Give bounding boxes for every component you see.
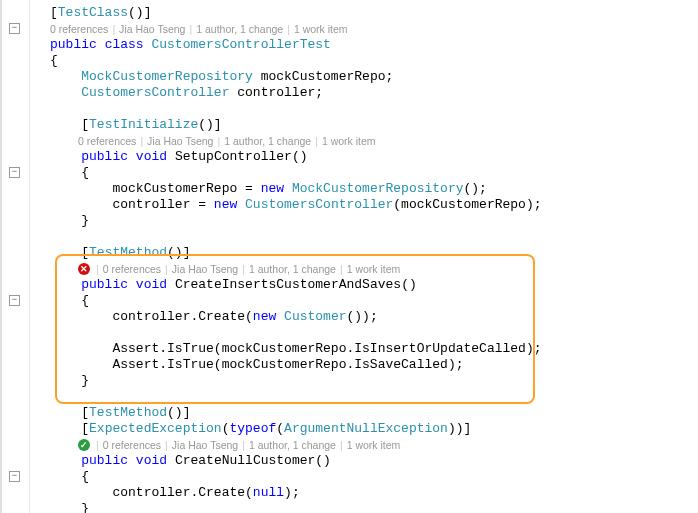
punct: () [198,117,214,132]
codelens-changes[interactable]: 1 author, 1 change [249,437,336,453]
keyword: typeof [229,421,276,436]
codelens-author[interactable]: Jia Hao Tseng [147,133,213,149]
type: MockCustomerRepository [292,181,464,196]
fold-button[interactable]: − [9,471,20,482]
punct: () [292,149,308,164]
punct: ] [183,245,191,260]
stmt: mockCustomerRepo = [112,181,260,196]
codelens-refs[interactable]: 0 references [103,437,161,453]
codelens-refs[interactable]: 0 references [103,261,161,277]
codelens-changes[interactable]: 1 author, 1 change [249,261,336,277]
brace: } [81,213,89,228]
punct: ] [183,405,191,420]
keyword: public [50,37,97,52]
punct: [ [81,117,89,132]
punct: () [167,405,183,420]
codelens-sep: | [340,437,343,453]
codelens-sep: | [189,21,192,37]
codelens-sep: | [287,21,290,37]
punct: () [315,453,331,468]
keyword: public [81,149,128,164]
stmt: controller.Create( [112,309,252,324]
punct: () [167,245,183,260]
test-pass-icon: ✓ [78,439,90,451]
codelens-workitem[interactable]: 1 work item [347,261,401,277]
type: MockCustomerRepository [81,69,253,84]
punct: ()); [347,309,378,324]
brace: } [81,501,89,513]
codelens[interactable]: ✕ | 0 references| Jia Hao Tseng| 1 autho… [50,261,698,277]
attribute: TestMethod [89,245,167,260]
brace: { [81,469,89,484]
attribute: TestMethod [89,405,167,420]
codelens-sep: | [340,261,343,277]
codelens-changes[interactable]: 1 author, 1 change [224,133,311,149]
fold-button[interactable]: − [9,167,20,178]
codelens-refs[interactable]: 0 references [78,133,136,149]
keyword: public [81,277,128,292]
punct: () [401,277,417,292]
field-decl: mockCustomerRepo; [253,69,393,84]
method-name: SetupController [175,149,292,164]
type: CustomersController [245,197,393,212]
attribute: TestInitialize [89,117,198,132]
codelens-sep: | [96,437,99,453]
codelens-workitem[interactable]: 1 work item [322,133,376,149]
codelens-sep: | [140,133,143,149]
code-editor: − − − − [TestClass()] 0 references| Jia … [0,0,698,513]
type: CustomersController [81,85,229,100]
codelens[interactable]: 0 references| Jia Hao Tseng| 1 author, 1… [50,21,698,37]
codelens[interactable]: ✓ | 0 references| Jia Hao Tseng| 1 autho… [50,437,698,453]
type: Customer [284,309,346,324]
codelens-author[interactable]: Jia Hao Tseng [119,21,185,37]
stmt: controller.Create( [112,485,252,500]
codelens[interactable]: 0 references| Jia Hao Tseng| 1 author, 1… [50,133,698,149]
codelens-workitem[interactable]: 1 work item [347,437,401,453]
punct: ] [214,117,222,132]
keyword: void [136,453,167,468]
codelens-changes[interactable]: 1 author, 1 change [196,21,283,37]
brace: { [81,165,89,180]
punct: ); [284,485,300,500]
codelens-sep: | [165,261,168,277]
fold-button[interactable]: − [9,295,20,306]
brace: } [81,373,89,388]
codelens-sep: | [165,437,168,453]
test-fail-icon: ✕ [78,263,90,275]
punct: [ [81,245,89,260]
codelens-author[interactable]: Jia Hao Tseng [172,437,238,453]
field-decl: controller; [229,85,323,100]
brace: { [81,293,89,308]
punct: ] [144,5,152,20]
keyword: new [261,181,284,196]
stmt: Assert.IsTrue(mockCustomerRepo.IsSaveCal… [112,357,463,372]
punct: (mockCustomerRepo); [393,197,541,212]
codelens-sep: | [315,133,318,149]
codelens-sep: | [112,21,115,37]
method-name: CreateInsertsCustomerAndSaves [175,277,401,292]
punct: [ [81,405,89,420]
keyword: new [214,197,237,212]
stmt: Assert.IsTrue(mockCustomerRepo.IsInsertO… [112,341,541,356]
class-name: CustomersControllerTest [151,37,330,52]
method-name: CreateNullCustomer [175,453,315,468]
codelens-sep: | [217,133,220,149]
punct: [ [50,5,58,20]
keyword: null [253,485,284,500]
type: ArgumentNullException [284,421,448,436]
fold-button[interactable]: − [9,23,20,34]
codelens-refs[interactable]: 0 references [50,21,108,37]
gutter: − − − − [0,0,30,513]
punct: [ [81,421,89,436]
keyword: public [81,453,128,468]
punct: ( [276,421,284,436]
punct: () [128,5,144,20]
keyword: void [136,149,167,164]
codelens-sep: | [96,261,99,277]
keyword: class [105,37,144,52]
codelens-sep: | [242,437,245,453]
codelens-author[interactable]: Jia Hao Tseng [172,261,238,277]
codelens-sep: | [242,261,245,277]
codelens-workitem[interactable]: 1 work item [294,21,348,37]
code-area[interactable]: [TestClass()] 0 references| Jia Hao Tsen… [30,0,698,513]
